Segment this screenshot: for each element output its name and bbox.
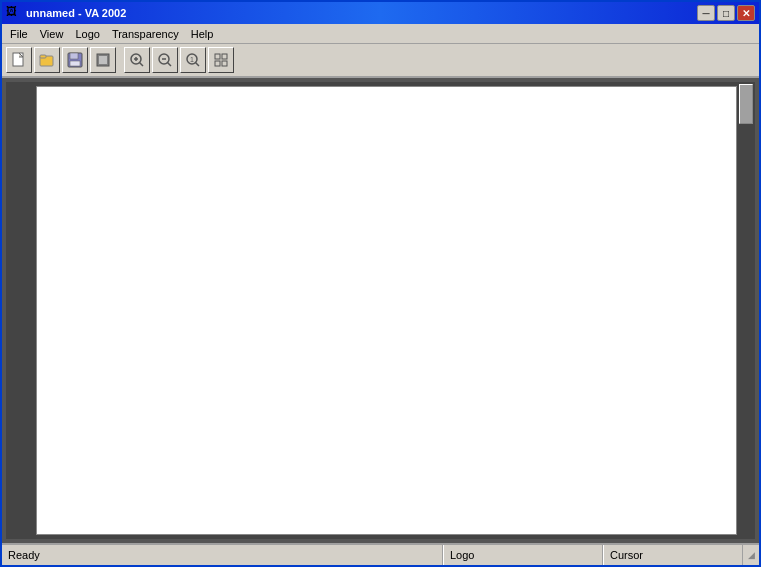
minimize-button[interactable]: ─ <box>697 5 715 21</box>
status-bar: Ready Logo Cursor ◢ <box>2 543 759 565</box>
app-icon: 🖼 <box>6 5 22 21</box>
status-logo: Logo <box>443 545 603 565</box>
scrollbar-thumb[interactable] <box>739 84 753 124</box>
zoom-fit-button[interactable]: 1 <box>180 47 206 73</box>
svg-rect-20 <box>215 61 220 66</box>
open-button[interactable] <box>34 47 60 73</box>
zoom-out-button[interactable] <box>152 47 178 73</box>
resize-grip[interactable]: ◢ <box>743 545 759 565</box>
left-scrollbar[interactable] <box>6 82 36 539</box>
zoom-in-button[interactable] <box>124 47 150 73</box>
svg-text:1: 1 <box>190 56 194 63</box>
svg-line-17 <box>196 63 200 67</box>
status-cursor: Cursor <box>603 545 743 565</box>
resize-icon: ◢ <box>748 550 755 560</box>
svg-rect-5 <box>70 61 80 66</box>
status-ready: Ready <box>2 545 443 565</box>
canvas[interactable] <box>36 86 737 535</box>
svg-rect-4 <box>70 53 78 59</box>
menu-bar: File View Logo Transparency Help <box>2 24 759 44</box>
main-window: 🖼 unnamed - VA 2002 ─ □ ✕ File View Logo… <box>0 0 761 567</box>
ready-text: Ready <box>8 549 40 561</box>
toolbar-separator-1 <box>118 47 122 73</box>
menu-help[interactable]: Help <box>185 26 220 42</box>
svg-rect-21 <box>222 61 227 66</box>
window-controls: ─ □ ✕ <box>697 5 755 21</box>
svg-line-14 <box>168 63 172 67</box>
svg-rect-7 <box>99 56 107 64</box>
menu-logo[interactable]: Logo <box>69 26 105 42</box>
canvas-wrapper <box>36 82 737 539</box>
right-scrollbar[interactable] <box>737 82 755 539</box>
export-button[interactable] <box>90 47 116 73</box>
window-title: unnamed - VA 2002 <box>26 7 697 19</box>
menu-file[interactable]: File <box>4 26 34 42</box>
svg-rect-2 <box>40 55 46 58</box>
canvas-area <box>2 78 759 543</box>
menu-view[interactable]: View <box>34 26 70 42</box>
save-button[interactable] <box>62 47 88 73</box>
menu-transparency[interactable]: Transparency <box>106 26 185 42</box>
new-button[interactable] <box>6 47 32 73</box>
toolbar: 1 <box>2 44 759 78</box>
title-bar: 🖼 unnamed - VA 2002 ─ □ ✕ <box>2 2 759 24</box>
close-button[interactable]: ✕ <box>737 5 755 21</box>
logo-text: Logo <box>450 549 474 561</box>
grid-button[interactable] <box>208 47 234 73</box>
maximize-button[interactable]: □ <box>717 5 735 21</box>
svg-rect-19 <box>222 54 227 59</box>
svg-rect-18 <box>215 54 220 59</box>
svg-line-11 <box>140 63 144 67</box>
cursor-text: Cursor <box>610 549 643 561</box>
